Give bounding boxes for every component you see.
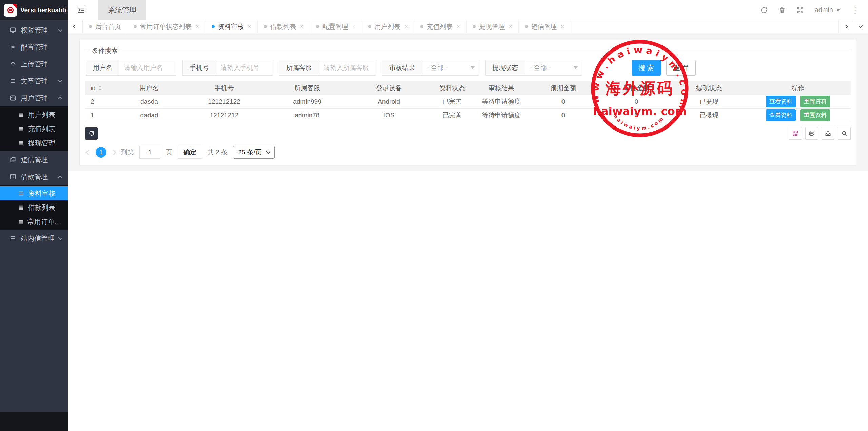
- username-label: admin: [815, 6, 833, 14]
- sidebar-item-order-status[interactable]: 常用订单状态...: [0, 215, 68, 229]
- tab-sms-mgmt[interactable]: 短信管理: [519, 20, 571, 33]
- top-header: 系统管理 admin: [68, 0, 868, 20]
- tab-data-audit[interactable]: 资料审核: [205, 20, 258, 33]
- search-legend: 条件搜索: [88, 46, 121, 55]
- reset-data-button[interactable]: 重置资料: [800, 96, 830, 107]
- column-header-withdraw-status: 提现状态: [673, 81, 745, 95]
- column-header-device: 登录设备: [350, 81, 428, 95]
- sidebar-item-permission[interactable]: 权限管理: [0, 22, 68, 39]
- user-menu[interactable]: admin: [815, 6, 840, 14]
- chevron-up-icon: [58, 97, 62, 101]
- fullscreen-icon[interactable]: [796, 6, 804, 14]
- top-nav-system[interactable]: 系统管理: [98, 0, 146, 20]
- table-refresh-button[interactable]: [85, 127, 98, 140]
- export-button[interactable]: [822, 127, 834, 140]
- chevron-up-icon: [58, 175, 62, 180]
- column-header-id[interactable]: id: [85, 81, 115, 95]
- page-unit-label: 页: [166, 148, 172, 157]
- confirm-page-button[interactable]: 确定: [178, 146, 202, 159]
- logo-area: Versi berkualiti: [0, 0, 68, 20]
- search-button[interactable]: 搜 索: [632, 60, 661, 76]
- menu-fold-icon[interactable]: [77, 6, 85, 14]
- tab-loan-list[interactable]: 借款列表: [258, 20, 310, 33]
- sidebar-menu: 权限管理 配置管理 上传管理 文章管理 用户管理: [0, 20, 68, 412]
- sidebar-item-upload[interactable]: 上传管理: [0, 56, 68, 73]
- column-header-actions: 操作: [745, 81, 851, 95]
- tab-dot-icon: [420, 25, 423, 28]
- username-label: 用户名: [86, 60, 119, 76]
- sidebar-item-articles[interactable]: 文章管理: [0, 73, 68, 90]
- reset-data-button[interactable]: 重置资料: [800, 109, 830, 121]
- refresh-icon[interactable]: [760, 6, 768, 14]
- audit-result-select[interactable]: - 全部 -: [422, 60, 479, 76]
- bank-logo-icon: [7, 7, 14, 13]
- view-data-button[interactable]: 查看资料: [766, 96, 796, 107]
- tab-user-list[interactable]: 用户列表: [362, 20, 414, 33]
- tab-dot-icon: [264, 25, 267, 28]
- tabs-scroll-right[interactable]: [838, 20, 853, 33]
- tab-dot-icon: [134, 25, 137, 28]
- close-icon[interactable]: [352, 23, 356, 30]
- sidebar-item-user-list[interactable]: 用户列表: [0, 107, 68, 122]
- sidebar-item-data-audit[interactable]: 资料审核: [0, 186, 68, 200]
- tab-config[interactable]: 配置管理: [310, 20, 362, 33]
- sidebar-item-loans[interactable]: 借款管理: [0, 168, 68, 185]
- chevron-down-icon: [471, 66, 475, 71]
- header-actions: admin: [760, 6, 859, 14]
- columns-toggle-button[interactable]: [789, 127, 802, 140]
- close-icon[interactable]: [196, 23, 199, 30]
- page-number-input[interactable]: [139, 146, 160, 159]
- tab-bar: 后台首页 常用订单状态列表 资料审核 借款列表 配置管理: [68, 20, 868, 33]
- list-icon: [18, 112, 24, 118]
- phone-input[interactable]: [216, 60, 273, 76]
- tab-dot-icon: [473, 25, 476, 28]
- close-icon[interactable]: [561, 23, 565, 30]
- pagination: 1 到第 页 确定 共 2 条 25 条/页: [86, 146, 851, 159]
- prev-page-icon[interactable]: [86, 150, 91, 155]
- close-icon[interactable]: [300, 23, 303, 30]
- withdraw-status-select[interactable]: - 全部 -: [525, 60, 582, 76]
- sort-icon[interactable]: [99, 84, 101, 92]
- tabbar-spacer: [571, 20, 839, 33]
- search-form: 用户名 手机号 所属客服 审核结果: [86, 60, 850, 76]
- tab-withdraw-mgmt[interactable]: 提现管理: [467, 20, 519, 33]
- close-icon[interactable]: [248, 23, 251, 30]
- print-button[interactable]: [805, 127, 818, 140]
- search-zoom-button[interactable]: [838, 127, 851, 140]
- sidebar-item-users[interactable]: 用户管理: [0, 90, 68, 106]
- sidebar-item-withdraw-mgmt[interactable]: 提现管理: [0, 136, 68, 150]
- sidebar-item-site-messages[interactable]: 站内信管理: [0, 230, 68, 247]
- close-icon[interactable]: [405, 23, 408, 30]
- table-tools-right: [789, 127, 851, 140]
- main-area: 系统管理 admin: [68, 0, 868, 431]
- sidebar-item-config[interactable]: 配置管理: [0, 39, 68, 56]
- current-page-button[interactable]: 1: [96, 147, 106, 158]
- tabs-menu-dropdown[interactable]: [853, 20, 868, 33]
- submenu-loans: 资料审核 借款列表 常用订单状态...: [0, 185, 68, 230]
- list-icon: [18, 140, 24, 146]
- tabs-scroll-left[interactable]: [68, 20, 83, 33]
- username-input[interactable]: [119, 60, 176, 76]
- column-header-profile-status: 资料状态: [428, 81, 476, 95]
- app-window: Versi berkualiti 权限管理 配置管理 上传管理 文章管理: [0, 0, 868, 431]
- sidebar-item-recharge-list[interactable]: 充值列表: [0, 122, 68, 136]
- more-options-icon[interactable]: [851, 6, 859, 14]
- tab-recharge-list[interactable]: 充值列表: [414, 20, 467, 33]
- table-row: 2 dasda 121212122 admin999 Android 已完善 等…: [85, 95, 851, 109]
- per-page-select[interactable]: 25 条/页: [233, 146, 275, 159]
- tab-home[interactable]: 后台首页: [83, 20, 127, 33]
- column-header-username: 用户名: [115, 81, 184, 95]
- next-page-icon[interactable]: [111, 150, 117, 155]
- sidebar: Versi berkualiti 权限管理 配置管理 上传管理 文章管理: [0, 0, 68, 431]
- sidebar-item-sms[interactable]: 短信管理: [0, 151, 68, 168]
- reset-button[interactable]: 重 置: [666, 60, 696, 76]
- close-icon[interactable]: [509, 23, 512, 30]
- sidebar-item-loan-list[interactable]: 借款列表: [0, 200, 68, 215]
- app-title: Versi berkualiti: [20, 6, 66, 14]
- close-icon[interactable]: [457, 23, 460, 30]
- agent-input[interactable]: [319, 60, 376, 76]
- column-header-agent: 所属客服: [264, 81, 350, 95]
- trash-icon[interactable]: [778, 6, 786, 14]
- tab-order-status-list[interactable]: 常用订单状态列表: [127, 20, 205, 33]
- view-data-button[interactable]: 查看资料: [766, 109, 796, 121]
